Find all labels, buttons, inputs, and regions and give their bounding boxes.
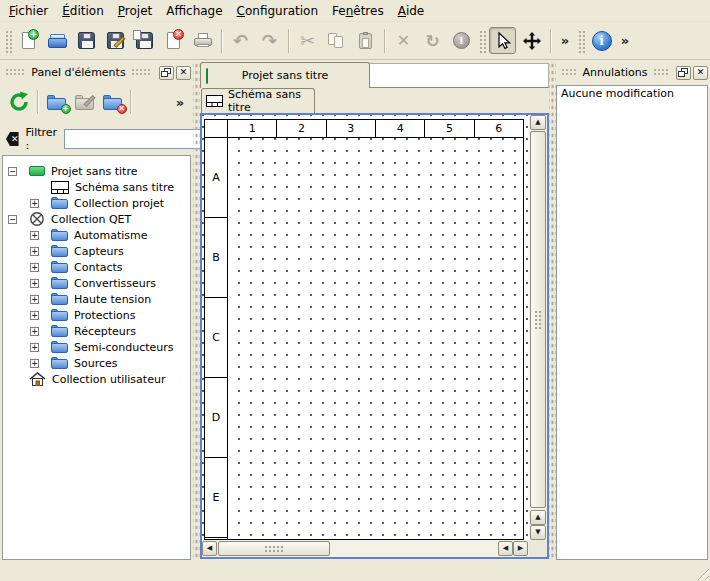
- filter-label: Filtrer :: [26, 126, 58, 152]
- left-splitter-handle[interactable]: [193, 62, 200, 560]
- save-all-button[interactable]: [131, 27, 158, 54]
- menu-affichage[interactable]: Affichage: [159, 2, 229, 20]
- paste-icon: [359, 33, 372, 49]
- float-panel-button[interactable]: [676, 66, 691, 80]
- scroll-up-button[interactable]: ▲: [530, 510, 546, 525]
- folder-icon: [51, 277, 68, 289]
- tree-item-collection-projet[interactable]: + Collection projet: [30, 195, 164, 211]
- float-panel-button[interactable]: [159, 66, 174, 80]
- expand-expander[interactable]: +: [30, 311, 39, 320]
- menu-fichier[interactable]: Fichier: [2, 2, 55, 20]
- expand-expander[interactable]: +: [30, 359, 39, 368]
- open-file-button[interactable]: [44, 27, 71, 54]
- undo-list-item[interactable]: Aucune modification: [561, 87, 703, 100]
- restore-icon: [678, 68, 689, 78]
- horizontal-scrollbar[interactable]: ◀ ◀ ▶: [202, 540, 529, 557]
- reload-collections-button[interactable]: [5, 88, 33, 116]
- selection-mode-button[interactable]: [489, 27, 516, 54]
- panel-overflow-button[interactable]: »: [171, 88, 189, 116]
- cut-button[interactable]: ✂: [294, 27, 321, 54]
- tree-item-protections[interactable]: + Protections: [30, 307, 135, 323]
- expand-expander[interactable]: +: [30, 295, 39, 304]
- tree-item-collection-utilisateur[interactable]: Collection utilisateur: [8, 371, 165, 387]
- rotate-icon: ↻: [425, 31, 439, 51]
- rotate-button[interactable]: ↻: [419, 27, 446, 54]
- menu-configuration[interactable]: Configuration: [230, 2, 325, 20]
- scroll-left-button[interactable]: ◀: [498, 541, 513, 556]
- tree-item-automatisme[interactable]: + Automatisme: [30, 227, 148, 243]
- tree-item-projet-sans-titre[interactable]: − Projet sans titre: [8, 163, 138, 179]
- print-button[interactable]: [189, 27, 216, 54]
- vertical-scroll-thumb[interactable]: [530, 131, 546, 508]
- scroll-down-button[interactable]: ▼: [530, 525, 546, 540]
- menu-aide[interactable]: Aide: [391, 2, 432, 20]
- scroll-right-button[interactable]: ▶: [513, 541, 528, 556]
- close-panel-button[interactable]: ✕: [176, 66, 191, 80]
- expand-expander[interactable]: +: [30, 247, 39, 256]
- tree-item-contacts[interactable]: + Contacts: [30, 259, 123, 275]
- paste-button[interactable]: [352, 27, 379, 54]
- element-infos-button[interactable]: i: [448, 27, 475, 54]
- undo-icon: ↶: [233, 30, 248, 51]
- tree-item-recepteurs[interactable]: + Récepteurs: [30, 323, 136, 339]
- horizontal-scroll-thumb[interactable]: [218, 541, 330, 556]
- tree-item-semi-conducteurs[interactable]: + Semi-conducteurs: [30, 339, 174, 355]
- more-tools-overflow-button[interactable]: »: [556, 27, 574, 54]
- folder-icon: [51, 229, 68, 241]
- filter-row: ✕ Filtrer :: [0, 126, 193, 152]
- undo-button[interactable]: ↶: [227, 27, 254, 54]
- about-qet-button[interactable]: i: [588, 27, 615, 54]
- collapse-expander[interactable]: −: [8, 215, 17, 224]
- diagram-view[interactable]: 1 2 3 4 5 6 A B C D E ▲ ▲ ▼ ◀: [200, 113, 549, 559]
- scroll-up-button[interactable]: ▲: [530, 115, 546, 130]
- tab-projet-sans-titre[interactable]: Projet sans titre: [200, 62, 370, 88]
- menu-fenetres[interactable]: Fenêtres: [325, 2, 391, 20]
- new-category-button[interactable]: +: [42, 88, 70, 116]
- delete-category-button[interactable]: ✕: [98, 88, 126, 116]
- save-icon: [78, 32, 95, 49]
- project-tab-bar: Projet sans titre: [200, 62, 549, 88]
- resize-grip[interactable]: [694, 565, 709, 580]
- tree-item-capteurs[interactable]: + Capteurs: [30, 243, 124, 259]
- undo-history-list[interactable]: Aucune modification: [556, 85, 708, 560]
- expand-expander[interactable]: +: [30, 343, 39, 352]
- restore-icon: [161, 68, 172, 78]
- menu-projet[interactable]: Projet: [111, 2, 159, 20]
- clear-filter-button[interactable]: ✕: [6, 132, 19, 146]
- expand-expander[interactable]: +: [30, 199, 39, 208]
- delete-button[interactable]: ✕: [390, 27, 417, 54]
- toolbar-drag-handle[interactable]: [4, 29, 12, 53]
- toolbar-drag-handle[interactable]: [577, 29, 585, 53]
- visualisation-mode-button[interactable]: [518, 27, 545, 54]
- tab-schema-sans-titre[interactable]: Schéma sans titre: [201, 88, 315, 113]
- delete-icon: ✕: [397, 31, 410, 50]
- save-as-button[interactable]: [102, 27, 129, 54]
- right-splitter-handle[interactable]: [549, 62, 556, 560]
- chevron-right-icon: »: [176, 95, 184, 110]
- expand-expander[interactable]: +: [30, 231, 39, 240]
- scroll-left-button[interactable]: ◀: [202, 541, 217, 556]
- menu-edition[interactable]: Édition: [55, 2, 111, 20]
- expand-expander[interactable]: +: [30, 327, 39, 336]
- expand-expander[interactable]: +: [30, 279, 39, 288]
- toolbar-drag-handle[interactable]: [478, 29, 486, 53]
- redo-button[interactable]: ↷: [256, 27, 283, 54]
- more-help-overflow-button[interactable]: »: [617, 27, 633, 54]
- diagram-canvas[interactable]: 1 2 3 4 5 6 A B C D E: [202, 115, 529, 540]
- tree-item-convertisseurs[interactable]: + Convertisseurs: [30, 275, 156, 291]
- close-file-button[interactable]: ✕: [160, 27, 187, 54]
- close-panel-button[interactable]: ✕: [693, 66, 708, 80]
- column-header: 1: [228, 120, 277, 138]
- tree-item-sources[interactable]: + Sources: [30, 355, 118, 371]
- vertical-scrollbar[interactable]: ▲ ▲ ▼: [529, 115, 547, 540]
- tree-item-haute-tension[interactable]: + Haute tension: [30, 291, 151, 307]
- new-document-button[interactable]: +: [15, 27, 42, 54]
- collapse-expander[interactable]: −: [8, 167, 17, 176]
- tree-item-collection-qet[interactable]: − Collection QET: [8, 211, 131, 227]
- tree-item-schema-sans-titre[interactable]: Schéma sans titre: [30, 179, 174, 195]
- print-icon: [194, 33, 212, 49]
- copy-button[interactable]: [323, 27, 350, 54]
- expand-expander[interactable]: +: [30, 263, 39, 272]
- save-button[interactable]: [73, 27, 100, 54]
- edit-category-button[interactable]: [70, 88, 98, 116]
